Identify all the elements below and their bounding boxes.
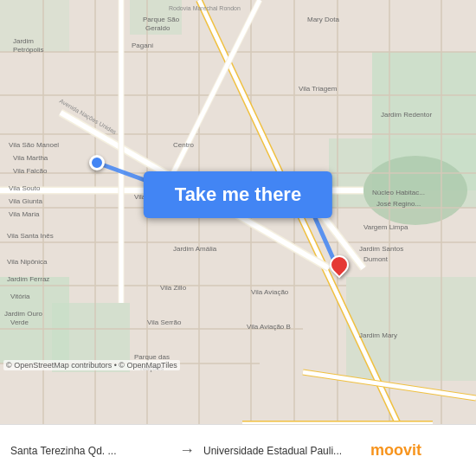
- svg-text:Vila Maria: Vila Maria: [9, 210, 40, 218]
- map-attribution: © OpenStreetMap contributors • © OpenMap…: [3, 360, 180, 370]
- svg-text:Geraldo: Geraldo: [145, 24, 170, 32]
- bottom-bar: Santa Terezinha Qd. ... → Universidade E…: [0, 424, 476, 476]
- svg-text:Parque São: Parque São: [143, 16, 180, 23]
- svg-text:Vila Nipônica: Vila Nipônica: [7, 258, 48, 266]
- svg-text:Vila Falcão: Vila Falcão: [13, 167, 48, 175]
- svg-text:Petrópolis: Petrópolis: [13, 46, 44, 54]
- take-me-there-button[interactable]: Take me there: [144, 171, 332, 218]
- svg-text:Vila Giunta: Vila Giunta: [9, 197, 43, 205]
- route-arrow-icon: →: [170, 441, 203, 460]
- svg-rect-7: [0, 0, 69, 52]
- svg-text:Centro: Centro: [173, 141, 195, 149]
- svg-text:Núcleo Habitac...: Núcleo Habitac...: [372, 189, 425, 196]
- svg-text:Verde: Verde: [10, 318, 29, 326]
- svg-text:Pagani: Pagani: [132, 42, 153, 49]
- svg-text:Vila São Manoel: Vila São Manoel: [9, 141, 59, 149]
- svg-text:Vitória: Vitória: [10, 293, 30, 300]
- svg-rect-4: [346, 277, 476, 381]
- svg-text:Vila Serrão: Vila Serrão: [147, 318, 182, 326]
- route-from-label: Santa Terezinha Qd. ...: [10, 445, 170, 457]
- svg-text:Vila Aviação B: Vila Aviação B: [247, 323, 291, 331]
- svg-text:Rodovia Marechal Rondon: Rodovia Marechal Rondon: [169, 5, 241, 11]
- svg-text:Dumont: Dumont: [363, 255, 389, 263]
- svg-text:Vila Martha: Vila Martha: [13, 154, 48, 162]
- route-to-label: Universidade Estadual Pauli...: [203, 445, 363, 457]
- svg-text:Jardim Ouro: Jardim Ouro: [4, 310, 43, 318]
- origin-marker: [89, 155, 105, 170]
- svg-text:Vila Triagem: Vila Triagem: [299, 85, 338, 93]
- svg-text:José Regino...: José Regino...: [376, 200, 421, 208]
- svg-text:Vila Aviação: Vila Aviação: [251, 288, 289, 296]
- svg-text:Vila Santa Inês: Vila Santa Inês: [7, 232, 54, 240]
- map-container: Jardim Petrópolis Vila São Manoel Vila M…: [0, 0, 476, 424]
- svg-text:Jardim Redentor: Jardim Redentor: [381, 111, 432, 119]
- svg-text:Jardim: Jardim: [13, 37, 34, 45]
- svg-text:Mary Dota: Mary Dota: [307, 16, 339, 23]
- svg-text:Jardim Mary: Jardim Mary: [359, 331, 397, 339]
- destination-marker: [330, 255, 349, 274]
- svg-text:Jardim Ferraz: Jardim Ferraz: [7, 275, 49, 283]
- svg-text:Jardim Santos: Jardim Santos: [359, 245, 403, 253]
- svg-text:Vila Zillo: Vila Zillo: [160, 284, 187, 292]
- svg-text:Vargem Limpa: Vargem Limpa: [363, 223, 408, 231]
- moovit-logo: moovit: [370, 441, 421, 460]
- svg-text:Jardim Amália: Jardim Amália: [173, 245, 217, 253]
- svg-text:Vila Souto: Vila Souto: [9, 184, 41, 192]
